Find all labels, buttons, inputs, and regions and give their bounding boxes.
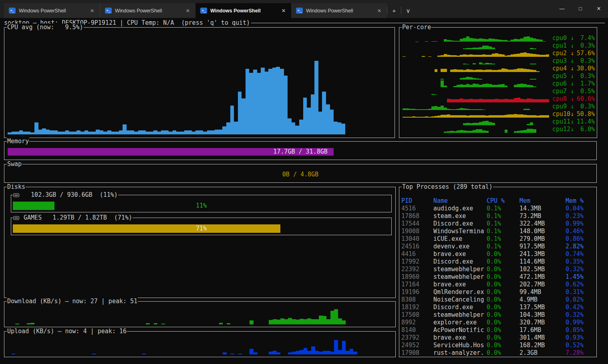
memory-title: Memory bbox=[7, 138, 29, 145]
proc-mem-pct: 0.05% bbox=[566, 326, 595, 334]
process-row: 17508steamwebhelper0.0%104.3MB0.32% bbox=[401, 311, 595, 319]
tab-close-icon[interactable]: ✕ bbox=[89, 7, 96, 14]
chart-bar bbox=[296, 320, 300, 324]
chart-bar bbox=[479, 122, 482, 125]
chart-bar bbox=[425, 109, 428, 110]
chart-bar bbox=[447, 131, 450, 133]
chart-bar bbox=[473, 70, 476, 72]
chart-bar bbox=[533, 48, 536, 49]
chart-bar bbox=[288, 318, 292, 324]
tab-1[interactable]: >_Windows PowerShell✕ bbox=[100, 3, 195, 18]
chart-bar bbox=[215, 130, 219, 134]
chart-bar bbox=[527, 115, 530, 118]
chart-bar bbox=[543, 99, 546, 102]
core-row-cpu11: cpu11↓11.4% bbox=[403, 118, 595, 126]
chart-bar bbox=[501, 54, 505, 57]
chart-bar bbox=[460, 115, 463, 118]
chart-bar bbox=[520, 114, 523, 118]
chart-bar bbox=[533, 70, 536, 72]
tab-title: Windows PowerShell bbox=[210, 8, 280, 14]
tab-dropdown-button[interactable]: ∨ bbox=[401, 3, 415, 18]
chart-bar bbox=[73, 132, 77, 134]
chart-bar bbox=[495, 99, 498, 102]
chart-bar bbox=[511, 54, 514, 57]
chart-bar bbox=[485, 39, 489, 42]
minimize-button[interactable]: — bbox=[553, 0, 571, 17]
chart-bar bbox=[180, 132, 184, 134]
chart-bar bbox=[157, 132, 161, 134]
new-tab-button[interactable]: + bbox=[387, 3, 401, 18]
chart-bar bbox=[326, 319, 330, 324]
chart-bar bbox=[284, 319, 288, 324]
tab-close-icon[interactable]: ✕ bbox=[376, 7, 383, 14]
core-pct: 60.6% bbox=[577, 95, 595, 103]
core-pct: 6.0% bbox=[580, 126, 595, 133]
chart-bar bbox=[485, 116, 489, 118]
chart-bar bbox=[406, 117, 409, 118]
chart-bar bbox=[466, 116, 469, 118]
close-button[interactable]: ✕ bbox=[590, 0, 608, 17]
chart-bar bbox=[330, 311, 334, 324]
process-row: 17164brave.exe0.0%202.7MB0.62% bbox=[401, 281, 595, 288]
chart-bar bbox=[303, 98, 307, 134]
top-processes-title: Top Processes (289 total) bbox=[402, 183, 493, 191]
chart-bar bbox=[460, 108, 463, 110]
chart-bar bbox=[530, 79, 533, 80]
proc-mem: 322.4MB bbox=[519, 220, 566, 228]
chart-bar bbox=[505, 130, 508, 133]
tab-0[interactable]: >_Windows PowerShell✕ bbox=[4, 3, 100, 18]
chart-bar bbox=[498, 99, 501, 102]
proc-pid: 17508 bbox=[401, 311, 433, 319]
download-chart bbox=[8, 308, 392, 324]
chart-bar bbox=[511, 114, 514, 118]
proc-name: Discord.exe bbox=[433, 220, 487, 228]
chart-bar bbox=[27, 323, 31, 324]
chart-bar bbox=[507, 114, 511, 118]
chart-bar bbox=[450, 109, 453, 110]
chart-bar bbox=[435, 94, 438, 95]
chart-bar bbox=[280, 69, 284, 134]
per-core-panel: Per-core cpu0 ↓7.4%cpu1 ↓0.3%cpu2 ↓57.6%… bbox=[399, 27, 597, 138]
chart-bar bbox=[469, 131, 473, 133]
chart-bar bbox=[330, 352, 334, 354]
chart-bar bbox=[142, 354, 146, 354]
tab-3[interactable]: >_Windows PowerShell✕ bbox=[291, 3, 387, 18]
chart-bar bbox=[326, 104, 330, 134]
proc-mem-pct: 0.99% bbox=[566, 220, 595, 228]
chart-bar bbox=[273, 319, 277, 324]
proc-cpu-pct: 0.1% bbox=[487, 228, 519, 235]
chart-bar bbox=[492, 48, 495, 49]
chart-bar bbox=[419, 117, 422, 118]
tab-2[interactable]: >_Windows PowerShell✕ bbox=[195, 3, 291, 18]
chart-bar bbox=[463, 64, 466, 64]
proc-mem-pct: 0.93% bbox=[566, 334, 595, 342]
chart-bar bbox=[507, 99, 511, 102]
proc-mem-pct: 0.86% bbox=[566, 235, 595, 243]
chart-bar bbox=[288, 352, 292, 354]
proc-mem-pct: 0.04% bbox=[566, 205, 595, 212]
chart-bar bbox=[199, 130, 203, 134]
chart-bar bbox=[514, 54, 517, 57]
chart-bar bbox=[517, 54, 520, 57]
drive-0: 102.3GB / 930.6GB (11%)11% bbox=[11, 195, 392, 212]
chart-bar bbox=[444, 108, 447, 110]
chart-bar bbox=[447, 99, 450, 102]
proc-cpu-pct: 0.0% bbox=[487, 281, 519, 288]
chart-bar bbox=[533, 79, 536, 80]
chart-bar bbox=[527, 53, 530, 57]
chart-bar bbox=[165, 130, 169, 134]
chart-bar bbox=[511, 99, 514, 102]
maximize-button[interactable]: □ bbox=[571, 0, 590, 17]
chart-bar bbox=[277, 320, 281, 324]
core-sparkline bbox=[403, 50, 549, 57]
chart-bar bbox=[466, 69, 469, 72]
tab-close-icon[interactable]: ✕ bbox=[184, 7, 191, 14]
top-processes-panel: Top Processes (289 total) PIDNameCPU %Me… bbox=[399, 187, 597, 357]
chart-bar bbox=[485, 99, 489, 102]
chart-bar bbox=[520, 99, 523, 102]
core-row-cpu1: cpu1 ↓0.3% bbox=[403, 42, 595, 50]
chart-bar bbox=[489, 84, 492, 87]
process-row: 19008WindowsTermina0.1%148.0MB0.46% bbox=[401, 228, 595, 235]
tab-close-icon[interactable]: ✕ bbox=[280, 7, 287, 14]
chart-bar bbox=[428, 117, 431, 118]
